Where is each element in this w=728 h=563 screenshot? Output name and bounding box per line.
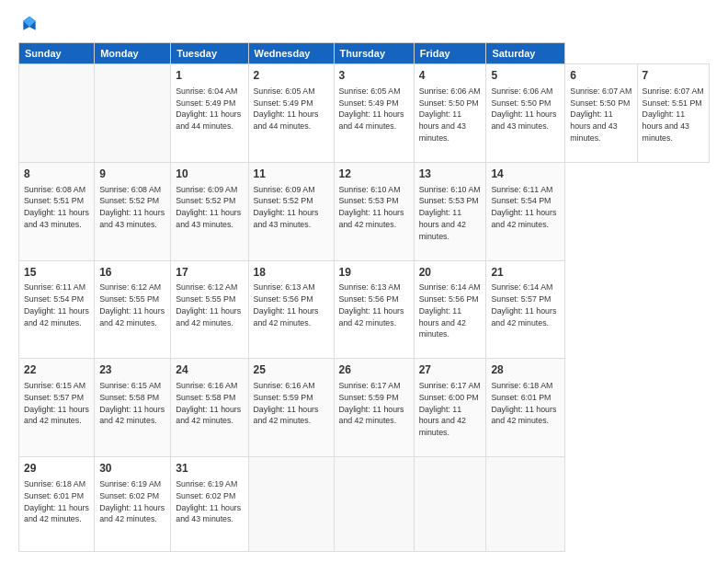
calendar-day-cell <box>414 457 486 552</box>
calendar-day-cell: 13Sunrise: 6:10 AMSunset: 5:53 PMDayligh… <box>414 162 486 260</box>
day-info: Sunrise: 6:04 AMSunset: 5:49 PMDaylight:… <box>176 86 243 132</box>
calendar-day-cell: 3Sunrise: 6:05 AMSunset: 5:49 PMDaylight… <box>334 64 414 163</box>
day-info: Sunrise: 6:09 AMSunset: 5:52 PMDaylight:… <box>176 184 243 231</box>
daylight-hours: Daylight: 11 hours and 42 minutes. <box>419 405 466 438</box>
day-number: 7 <box>643 68 704 84</box>
calendar-day-cell: 6Sunrise: 6:07 AMSunset: 5:50 PMDaylight… <box>565 64 637 163</box>
sunset-time: Sunset: 5:56 PM <box>419 294 479 304</box>
day-info: Sunrise: 6:05 AMSunset: 5:49 PMDaylight:… <box>254 86 329 132</box>
calendar-day-cell: 8Sunrise: 6:08 AMSunset: 5:51 PMDaylight… <box>19 162 95 260</box>
calendar-week-row: 15Sunrise: 6:11 AMSunset: 5:54 PMDayligh… <box>19 260 710 359</box>
daylight-hours: Daylight: 11 hours and 42 minutes. <box>176 405 241 426</box>
day-number: 23 <box>99 362 165 378</box>
day-number: 27 <box>419 362 482 378</box>
sunrise-time: Sunrise: 6:19 AM <box>99 479 161 488</box>
day-number: 28 <box>491 362 560 378</box>
sunrise-time: Sunrise: 6:04 AM <box>176 86 237 96</box>
sunset-time: Sunset: 5:52 PM <box>176 196 235 205</box>
day-info: Sunrise: 6:09 AMSunset: 5:52 PMDaylight:… <box>254 184 329 231</box>
daylight-hours: Daylight: 11 hours and 42 minutes. <box>419 208 466 241</box>
calendar-day-cell: 2Sunrise: 6:05 AMSunset: 5:49 PMDaylight… <box>248 64 334 163</box>
daylight-hours: Daylight: 11 hours and 43 minutes. <box>176 208 241 229</box>
sunset-time: Sunset: 5:55 PM <box>99 294 159 304</box>
daylight-hours: Daylight: 11 hours and 42 minutes. <box>99 306 165 327</box>
day-number: 22 <box>24 362 89 378</box>
sunset-time: Sunset: 5:50 PM <box>419 98 479 108</box>
sunrise-time: Sunrise: 6:08 AM <box>24 185 85 194</box>
sunrise-time: Sunrise: 6:09 AM <box>254 185 315 194</box>
sunrise-time: Sunrise: 6:09 AM <box>176 185 237 194</box>
calendar-day-cell: 21Sunrise: 6:14 AMSunset: 5:57 PMDayligh… <box>486 260 565 359</box>
day-info: Sunrise: 6:11 AMSunset: 5:54 PMDaylight:… <box>491 184 560 231</box>
day-number: 25 <box>254 362 329 378</box>
daylight-hours: Daylight: 11 hours and 43 minutes. <box>24 208 89 229</box>
sunset-time: Sunset: 5:52 PM <box>99 196 159 205</box>
calendar-day-cell: 24Sunrise: 6:16 AMSunset: 5:58 PMDayligh… <box>171 359 248 457</box>
calendar-day-cell: 25Sunrise: 6:16 AMSunset: 5:59 PMDayligh… <box>248 359 334 457</box>
daylight-hours: Daylight: 11 hours and 42 minutes. <box>339 306 404 327</box>
weekday-header-row: SundayMondayTuesdayWednesdayThursdayFrid… <box>19 43 710 64</box>
daylight-hours: Daylight: 11 hours and 43 minutes. <box>491 109 556 131</box>
weekday-header-cell: Monday <box>95 43 171 64</box>
day-number: 5 <box>491 68 560 84</box>
sunset-time: Sunset: 6:02 PM <box>176 491 235 500</box>
calendar-day-cell: 14Sunrise: 6:11 AMSunset: 5:54 PMDayligh… <box>486 162 565 260</box>
sunset-time: Sunset: 5:56 PM <box>339 294 399 304</box>
calendar-day-cell: 31Sunrise: 6:19 AMSunset: 6:02 PMDayligh… <box>171 457 248 552</box>
day-info: Sunrise: 6:06 AMSunset: 5:50 PMDaylight:… <box>491 86 560 132</box>
page: SundayMondayTuesdayWednesdayThursdayFrid… <box>0 0 728 563</box>
calendar-day-cell <box>486 457 565 552</box>
daylight-hours: Daylight: 11 hours and 42 minutes. <box>491 208 556 229</box>
calendar-week-row: 8Sunrise: 6:08 AMSunset: 5:51 PMDaylight… <box>19 162 710 260</box>
day-info: Sunrise: 6:16 AMSunset: 5:59 PMDaylight:… <box>254 380 329 427</box>
daylight-hours: Daylight: 11 hours and 42 minutes. <box>24 503 89 524</box>
daylight-hours: Daylight: 11 hours and 43 minutes. <box>643 109 689 143</box>
sunrise-time: Sunrise: 6:10 AM <box>419 185 481 194</box>
day-info: Sunrise: 6:13 AMSunset: 5:56 PMDaylight:… <box>339 282 409 328</box>
logo <box>18 15 39 33</box>
daylight-hours: Daylight: 11 hours and 42 minutes. <box>491 405 556 426</box>
day-number: 12 <box>339 167 409 182</box>
day-info: Sunrise: 6:16 AMSunset: 5:58 PMDaylight:… <box>176 380 243 427</box>
calendar-day-cell <box>248 457 334 552</box>
weekday-header-cell: Saturday <box>486 43 565 64</box>
weekday-header-cell: Wednesday <box>248 43 334 64</box>
day-info: Sunrise: 6:07 AMSunset: 5:50 PMDaylight:… <box>570 86 631 144</box>
sunrise-time: Sunrise: 6:10 AM <box>339 185 401 194</box>
calendar-day-cell: 20Sunrise: 6:14 AMSunset: 5:56 PMDayligh… <box>414 260 486 359</box>
sunrise-time: Sunrise: 6:07 AM <box>570 86 631 96</box>
day-number: 1 <box>176 68 243 84</box>
daylight-hours: Daylight: 11 hours and 43 minutes. <box>99 208 165 229</box>
header <box>18 15 710 33</box>
day-info: Sunrise: 6:15 AMSunset: 5:58 PMDaylight:… <box>99 380 165 427</box>
weekday-header-cell: Sunday <box>19 43 95 64</box>
sunrise-time: Sunrise: 6:17 AM <box>339 381 401 390</box>
day-number: 8 <box>24 167 89 182</box>
daylight-hours: Daylight: 11 hours and 42 minutes. <box>99 405 165 426</box>
day-info: Sunrise: 6:17 AMSunset: 6:00 PMDaylight:… <box>419 380 482 439</box>
calendar-day-cell: 22Sunrise: 6:15 AMSunset: 5:57 PMDayligh… <box>19 359 95 457</box>
sunset-time: Sunset: 5:58 PM <box>99 393 159 402</box>
calendar-body: 1Sunrise: 6:04 AMSunset: 5:49 PMDaylight… <box>19 64 710 552</box>
day-number: 4 <box>419 68 482 84</box>
sunset-time: Sunset: 5:49 PM <box>339 98 399 108</box>
day-number: 11 <box>254 167 329 182</box>
day-number: 6 <box>570 68 631 84</box>
day-number: 30 <box>99 461 165 477</box>
daylight-hours: Daylight: 11 hours and 42 minutes. <box>491 306 556 327</box>
calendar-day-cell: 27Sunrise: 6:17 AMSunset: 6:00 PMDayligh… <box>414 359 486 457</box>
calendar-day-cell: 5Sunrise: 6:06 AMSunset: 5:50 PMDaylight… <box>486 64 565 163</box>
day-info: Sunrise: 6:05 AMSunset: 5:49 PMDaylight:… <box>339 86 409 132</box>
day-number: 29 <box>24 461 89 477</box>
daylight-hours: Daylight: 11 hours and 42 minutes. <box>24 405 89 426</box>
sunrise-time: Sunrise: 6:14 AM <box>491 282 552 292</box>
day-info: Sunrise: 6:08 AMSunset: 5:52 PMDaylight:… <box>99 184 165 231</box>
day-info: Sunrise: 6:12 AMSunset: 5:55 PMDaylight:… <box>99 282 165 328</box>
sunset-time: Sunset: 6:02 PM <box>99 491 159 500</box>
daylight-hours: Daylight: 11 hours and 44 minutes. <box>176 109 241 131</box>
sunset-time: Sunset: 5:51 PM <box>24 196 84 205</box>
day-number: 9 <box>99 167 165 182</box>
sunset-time: Sunset: 5:57 PM <box>491 294 551 304</box>
day-info: Sunrise: 6:19 AMSunset: 6:02 PMDaylight:… <box>176 478 243 525</box>
calendar-week-row: 29Sunrise: 6:18 AMSunset: 6:01 PMDayligh… <box>19 457 710 552</box>
